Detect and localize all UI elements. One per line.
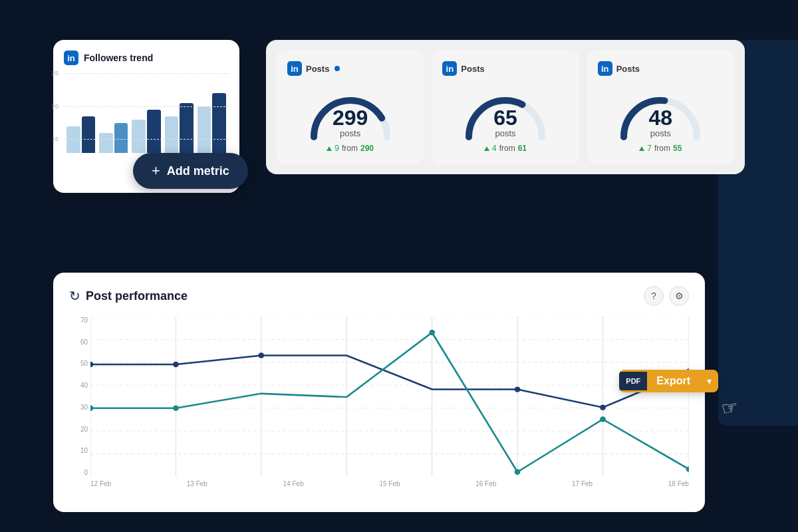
- dot-1-2: [173, 362, 179, 367]
- post-performance-card: ↻ Post performance ? ⚙ 70 60 50 40 30 20…: [53, 273, 705, 512]
- post-card-2-footer: 4 from 61: [484, 144, 527, 153]
- post-card-2: in Posts 65 posts 4 from 61: [432, 51, 579, 164]
- bar-chart: 25 20 15: [64, 73, 229, 153]
- main-container: in Followers trend 25 20 15: [0, 0, 798, 532]
- export-label: Export: [647, 370, 700, 392]
- bar-chart-grid: 25 20 15: [64, 73, 229, 140]
- plus-icon: +: [152, 162, 160, 180]
- post-card-1-title: Posts: [306, 64, 329, 74]
- x-label-17feb: 17 Feb: [572, 480, 593, 496]
- dot-2-5: [600, 416, 606, 422]
- perf-title: Post performance: [86, 289, 188, 303]
- post-card-2-title: Posts: [461, 64, 484, 74]
- x-label-12feb: 12 Feb: [90, 480, 111, 496]
- x-label-18feb: 18 Feb: [668, 480, 689, 496]
- dot-1-3: [258, 352, 264, 358]
- blue-dot-1: [334, 66, 340, 71]
- export-button[interactable]: PDF Export ▾: [619, 370, 718, 392]
- gauge-2: 65 posts: [459, 84, 552, 137]
- gauge-3: 48 posts: [614, 84, 707, 137]
- linkedin-icon-2: in: [442, 61, 457, 76]
- gauge-2-number: 65: [493, 107, 517, 128]
- from-label-2: from: [499, 144, 515, 153]
- y-axis-labels: 70 60 50 40 30 20 10 0: [69, 317, 88, 476]
- grid-line-20: 20: [64, 106, 229, 107]
- gauge-1: 299 posts: [304, 84, 397, 137]
- perf-actions: ? ⚙: [644, 286, 689, 306]
- change-1: 9: [334, 144, 339, 153]
- gauge-2-value: 65 posts: [493, 107, 517, 138]
- x-label-16feb: 16 Feb: [475, 480, 496, 496]
- y-label-10: 10: [80, 447, 88, 454]
- dot-2-4: [515, 469, 521, 475]
- gauge-1-label: posts: [332, 128, 368, 138]
- from-label-1: from: [342, 144, 358, 153]
- card-header: in Followers trend: [64, 51, 229, 65]
- line-2: [90, 332, 689, 472]
- dot-1-5: [600, 405, 606, 410]
- x-label-14feb: 14 Feb: [283, 480, 304, 496]
- gauge-1-value: 299 posts: [332, 107, 368, 138]
- linkedin-icon-3: in: [598, 61, 612, 76]
- post-card-3-title: Posts: [616, 64, 640, 74]
- gauge-3-number: 48: [649, 107, 673, 128]
- perf-title-area: ↻ Post performance: [69, 288, 188, 304]
- linkedin-icon: in: [64, 51, 78, 65]
- linkedin-icon-1: in: [287, 61, 302, 76]
- perf-header: ↻ Post performance ? ⚙: [69, 286, 689, 306]
- from-value-2: 61: [518, 144, 527, 153]
- dot-1-4: [515, 386, 521, 392]
- x-label-13feb: 13 Feb: [187, 480, 207, 496]
- gauge-1-number: 299: [332, 107, 368, 128]
- arrow-up-1: [327, 146, 332, 151]
- y-label-0: 0: [84, 469, 88, 476]
- grid-line-25: 25: [64, 73, 229, 74]
- change-2: 4: [492, 144, 497, 153]
- chart-area: 70 60 50 40 30 20 10 0: [69, 317, 689, 496]
- y-label-60: 60: [80, 338, 88, 346]
- y-label-30: 30: [80, 404, 88, 411]
- post-card-1-footer: 9 from 290: [327, 144, 374, 153]
- from-label-3: from: [654, 144, 670, 153]
- help-button[interactable]: ?: [644, 286, 664, 306]
- post-card-3-header: in Posts: [598, 61, 724, 76]
- from-value-1: 290: [360, 144, 374, 153]
- post-card-2-header: in Posts: [442, 61, 568, 76]
- change-3: 7: [647, 144, 652, 153]
- add-metric-button[interactable]: + Add metric: [133, 153, 248, 189]
- performance-icon: ↻: [69, 288, 80, 304]
- chart-inner: 5 Feb 6 Feb 7 Feb 8 Feb 9 Feb 10 Feb 11 …: [90, 317, 689, 476]
- y-label-50: 50: [80, 360, 88, 367]
- add-metric-label: Add metric: [167, 164, 229, 178]
- gauge-3-value: 48 posts: [649, 107, 673, 138]
- grid-line-15: 15: [64, 139, 229, 140]
- from-value-3: 55: [673, 144, 682, 153]
- pdf-label: PDF: [619, 372, 647, 390]
- gauge-3-label: posts: [649, 128, 673, 138]
- x-label-15feb: 15 Feb: [379, 480, 400, 496]
- followers-card-title: Followers trend: [84, 53, 153, 63]
- arrow-up-2: [484, 146, 489, 151]
- post-card-3-footer: 7 from 55: [639, 144, 682, 153]
- y-label-70: 70: [80, 317, 88, 324]
- x-axis-labels: 12 Feb 13 Feb 14 Feb 15 Feb 16 Feb 17 Fe…: [90, 480, 689, 496]
- dot-2-3: [429, 330, 435, 335]
- posts-cards-container: in Posts 299 posts 9 from 290: [266, 40, 745, 174]
- settings-button[interactable]: ⚙: [669, 286, 689, 306]
- post-card-1: in Posts 299 posts 9 from 290: [277, 51, 424, 164]
- dot-2-1: [90, 406, 93, 411]
- post-card-3: in Posts 48 posts 7 from 55: [587, 51, 734, 164]
- chevron-down-icon[interactable]: ▾: [700, 370, 718, 392]
- gauge-2-label: posts: [493, 128, 517, 138]
- y-label-20: 20: [80, 426, 88, 433]
- line-chart-svg: 5 Feb 6 Feb 7 Feb 8 Feb 9 Feb 10 Feb 11 …: [90, 317, 689, 476]
- arrow-up-3: [639, 146, 644, 151]
- post-card-1-header: in Posts: [287, 61, 413, 76]
- y-label-40: 40: [80, 382, 88, 389]
- dot-2-2: [173, 406, 179, 411]
- line-1: [90, 355, 689, 407]
